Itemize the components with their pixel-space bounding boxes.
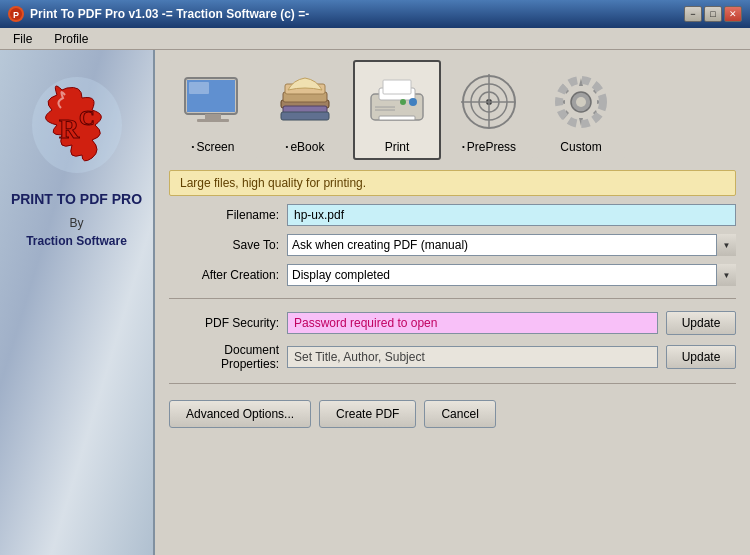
svg-rect-8 (197, 119, 229, 122)
svg-point-18 (409, 98, 417, 106)
svg-point-30 (576, 97, 586, 107)
profile-print[interactable]: Print (353, 60, 441, 160)
separator-1 (169, 298, 736, 299)
ebook-icon-box (269, 66, 341, 138)
pdfsecurity-row: PDF Security: Password required to open … (169, 311, 736, 335)
svg-rect-22 (383, 80, 411, 94)
svg-point-19 (400, 99, 406, 105)
saveto-select[interactable]: Ask when creating PDF (manual) Save to f… (287, 234, 736, 256)
screen-label: Screen (196, 140, 234, 154)
profile-custom[interactable]: Custom (537, 60, 625, 160)
maximize-button[interactable]: □ (704, 6, 722, 22)
ebook-dot: • (286, 142, 289, 151)
sidebar: R C PRINT TO PDF PRO By Traction Softwar… (0, 50, 155, 555)
aftercreation-row: After Creation: Display completed Open P… (169, 264, 736, 286)
custom-label: Custom (560, 140, 601, 154)
svg-text:C: C (79, 105, 95, 130)
title-text: Print To PDF Pro v1.03 -= Traction Softw… (30, 7, 309, 21)
app-icon: P (8, 6, 24, 22)
advanced-options-button[interactable]: Advanced Options... (169, 400, 311, 428)
pdfsecurity-value: Password required to open (287, 312, 658, 334)
close-button[interactable]: ✕ (724, 6, 742, 22)
screen-icon-box (177, 66, 249, 138)
create-pdf-button[interactable]: Create PDF (319, 400, 416, 428)
profile-prepress[interactable]: • PrePress (445, 60, 533, 160)
svg-text:R: R (59, 113, 80, 144)
info-bar: Large files, high quality for printing. (169, 170, 736, 196)
docprops-row: Document Properties: Set Title, Author, … (169, 343, 736, 371)
profiles-row: • Screen (169, 60, 736, 160)
bottom-buttons: Advanced Options... Create PDF Cancel (169, 400, 736, 428)
print-icon-box (361, 66, 433, 138)
minimize-button[interactable]: − (684, 6, 702, 22)
menu-bar: File Profile (0, 28, 750, 50)
form-area: Filename: Save To: Ask when creating PDF… (169, 204, 736, 428)
sidebar-text: PRINT TO PDF PRO By Traction Software (11, 190, 142, 248)
saveto-label: Save To: (169, 238, 279, 252)
filename-row: Filename: (169, 204, 736, 226)
docprops-value: Set Title, Author, Subject (287, 346, 658, 368)
window-controls[interactable]: − □ ✕ (684, 6, 742, 22)
screen-dot: • (192, 142, 195, 151)
cancel-button[interactable]: Cancel (424, 400, 495, 428)
main-window: R C PRINT TO PDF PRO By Traction Softwar… (0, 50, 750, 555)
saveto-row: Save To: Ask when creating PDF (manual) … (169, 234, 736, 256)
menu-profile[interactable]: Profile (45, 29, 97, 49)
title-bar: P Print To PDF Pro v1.03 -= Traction Sof… (0, 0, 750, 28)
aftercreation-label: After Creation: (169, 268, 279, 282)
print-label: Print (385, 140, 410, 154)
custom-icon-box (545, 66, 617, 138)
profile-ebook[interactable]: • eBook (261, 60, 349, 160)
sidebar-company: Traction Software (11, 234, 142, 248)
ebook-label: eBook (290, 140, 324, 154)
aftercreation-select[interactable]: Display completed Open PDF Do nothing (287, 264, 736, 286)
profile-screen[interactable]: • Screen (169, 60, 257, 160)
prepress-icon-box (453, 66, 525, 138)
prepress-dot: • (462, 142, 465, 151)
content-area: • Screen (155, 50, 750, 555)
saveto-select-wrapper: Ask when creating PDF (manual) Save to f… (287, 234, 736, 256)
pdfsecurity-update-button[interactable]: Update (666, 311, 736, 335)
sidebar-logo: R C (27, 70, 127, 180)
svg-rect-14 (281, 112, 329, 120)
menu-file[interactable]: File (4, 29, 41, 49)
filename-input[interactable] (287, 204, 736, 226)
svg-text:P: P (13, 10, 19, 20)
docprops-label: Document Properties: (169, 343, 279, 371)
docprops-update-button[interactable]: Update (666, 345, 736, 369)
separator-2 (169, 383, 736, 384)
sidebar-title: PRINT TO PDF PRO (11, 190, 142, 208)
pdfsecurity-label: PDF Security: (169, 316, 279, 330)
sidebar-by: By (11, 216, 142, 230)
aftercreation-select-wrapper: Display completed Open PDF Do nothing ▼ (287, 264, 736, 286)
prepress-label: PrePress (467, 140, 516, 154)
filename-label: Filename: (169, 208, 279, 222)
svg-rect-17 (379, 116, 415, 120)
svg-rect-7 (205, 114, 221, 119)
title-bar-left: P Print To PDF Pro v1.03 -= Traction Sof… (8, 6, 309, 22)
svg-rect-9 (189, 82, 209, 94)
